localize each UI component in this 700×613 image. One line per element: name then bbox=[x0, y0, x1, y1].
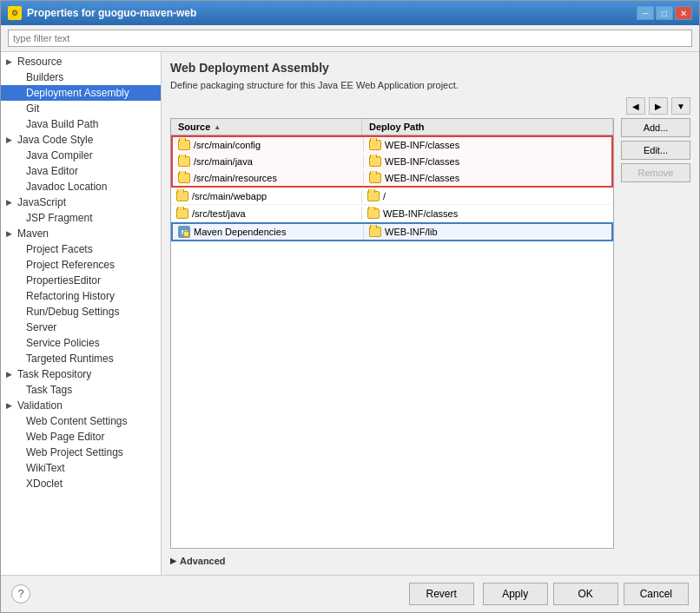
sidebar-item-resource[interactable]: ▶Resource bbox=[1, 54, 161, 69]
maven-icon: M bbox=[178, 226, 190, 238]
table-row[interactable]: /src/main/javaWEB-INF/classes bbox=[171, 153, 613, 170]
side-buttons: Add... Edit... Remove bbox=[621, 118, 690, 549]
maximize-button[interactable]: □ bbox=[656, 6, 673, 20]
folder-icon bbox=[367, 191, 380, 201]
sidebar-item-label: Web Page Editor bbox=[26, 431, 105, 443]
sidebar-item-label: Task Tags bbox=[26, 384, 72, 396]
sidebar-item-xdoclet[interactable]: XDoclet bbox=[1, 476, 161, 491]
nav-back-button[interactable]: ◀ bbox=[626, 97, 645, 115]
ok-button[interactable]: OK bbox=[553, 583, 618, 605]
add-button[interactable]: Add... bbox=[621, 118, 690, 137]
revert-button[interactable]: Revert bbox=[409, 583, 474, 605]
source-cell: /src/main/java bbox=[173, 155, 364, 168]
sidebar-item-project-references[interactable]: Project References bbox=[1, 257, 161, 273]
sidebar-item-label: PropertiesEditor bbox=[26, 274, 101, 287]
sidebar-item-label: Java Code Style bbox=[17, 134, 93, 146]
folder-icon bbox=[369, 173, 381, 183]
sidebar-item-refactoring-history[interactable]: Refactoring History bbox=[1, 288, 161, 304]
sidebar-item-run-debug-settings[interactable]: Run/Debug Settings bbox=[1, 304, 161, 320]
minimize-button[interactable]: ─ bbox=[637, 6, 654, 20]
close-button[interactable]: ✕ bbox=[675, 6, 692, 20]
left-panel: ▶ResourceBuildersDeployment AssemblyGitJ… bbox=[1, 52, 162, 575]
folder-icon bbox=[369, 140, 381, 150]
sidebar-item-wikitext[interactable]: WikiText bbox=[1, 460, 161, 476]
sidebar-item-web-content-settings[interactable]: Web Content Settings bbox=[1, 413, 161, 429]
sidebar-item-web-project-settings[interactable]: Web Project Settings bbox=[1, 445, 161, 460]
sidebar-item-label: JavaScript bbox=[17, 196, 66, 208]
advanced-toggle[interactable]: ▶ Advanced bbox=[170, 556, 690, 566]
sidebar-item-project-facets[interactable]: Project Facets bbox=[1, 241, 161, 257]
sidebar-item-builders[interactable]: Builders bbox=[1, 69, 161, 85]
sidebar-item-validation[interactable]: ▶Validation bbox=[1, 398, 161, 413]
source-column-header: Source ▲ bbox=[171, 119, 362, 135]
sidebar-item-javadoc-location[interactable]: Javadoc Location bbox=[1, 179, 161, 194]
sidebar-item-label: Project References bbox=[26, 259, 115, 271]
table-row[interactable]: MMaven DependenciesWEB-INF/lib bbox=[171, 222, 613, 241]
sidebar-item-task-repository[interactable]: ▶Task Repository bbox=[1, 366, 161, 382]
sidebar-item-java-editor[interactable]: Java Editor bbox=[1, 163, 161, 179]
expand-arrow-icon: ▶ bbox=[6, 198, 15, 207]
apply-button[interactable]: Apply bbox=[483, 583, 548, 605]
sidebar-item-jsp-fragment[interactable]: JSP Fragment bbox=[1, 210, 161, 226]
sidebar-item-label: Targeted Runtimes bbox=[26, 353, 114, 365]
sidebar-item-label: Web Content Settings bbox=[26, 415, 128, 427]
deploy-cell: / bbox=[362, 189, 613, 203]
table-row[interactable]: /src/main/webapp/ bbox=[171, 188, 613, 205]
nav-dropdown-button[interactable]: ▼ bbox=[671, 97, 690, 115]
deploy-cell: WEB-INF/classes bbox=[364, 138, 611, 152]
sidebar-item-label: Task Repository bbox=[17, 368, 91, 380]
sidebar-item-label: Resource bbox=[17, 56, 62, 68]
folder-icon bbox=[176, 208, 188, 219]
sidebar-item-git[interactable]: Git bbox=[1, 101, 161, 116]
sidebar-item-javascript[interactable]: ▶JavaScript bbox=[1, 194, 161, 210]
assembly-table: Source ▲ Deploy Path /src/main/configWEB… bbox=[170, 118, 614, 549]
properties-dialog: ⚙ Properties for guoguo-maven-web ─ □ ✕ … bbox=[0, 0, 700, 613]
sidebar-item-web-page-editor[interactable]: Web Page Editor bbox=[1, 429, 161, 445]
sidebar-item-deployment-assembly[interactable]: Deployment Assembly bbox=[1, 85, 161, 101]
filter-bar bbox=[1, 25, 699, 52]
cancel-button[interactable]: Cancel bbox=[624, 583, 689, 605]
sidebar-item-targeted-runtimes[interactable]: Targeted Runtimes bbox=[1, 351, 161, 366]
sidebar-item-label: Maven bbox=[17, 227, 49, 240]
sidebar-item-label: Javadoc Location bbox=[26, 181, 107, 193]
filter-input[interactable] bbox=[8, 30, 692, 47]
sidebar-item-label: Service Policies bbox=[26, 337, 100, 349]
source-cell: /src/main/resources bbox=[173, 171, 364, 185]
sidebar-item-label: XDoclet bbox=[26, 478, 63, 490]
expand-arrow-icon: ▶ bbox=[6, 57, 15, 66]
remove-button[interactable]: Remove bbox=[621, 163, 690, 182]
sidebar-item-service-policies[interactable]: Service Policies bbox=[1, 335, 161, 351]
sidebar-item-label: Validation bbox=[17, 399, 63, 412]
expand-arrow-icon: ▶ bbox=[6, 135, 15, 144]
table-row[interactable]: /src/test/javaWEB-INF/classes bbox=[171, 205, 613, 222]
deploy-cell: WEB-INF/lib bbox=[364, 225, 611, 239]
edit-button[interactable]: Edit... bbox=[621, 141, 690, 160]
sidebar-item-label: Java Compiler bbox=[26, 149, 93, 161]
sidebar-item-java-code-style[interactable]: ▶Java Code Style bbox=[1, 132, 161, 148]
expand-arrow-icon: ▶ bbox=[6, 370, 15, 379]
nav-forward-button[interactable]: ▶ bbox=[649, 97, 668, 115]
advanced-section: ▶ Advanced bbox=[170, 556, 690, 566]
sidebar-item-label: Git bbox=[26, 102, 39, 115]
sidebar-item-label: Web Project Settings bbox=[26, 446, 123, 458]
help-button[interactable]: ? bbox=[11, 584, 30, 603]
sidebar-item-java-build-path[interactable]: Java Build Path bbox=[1, 116, 161, 132]
source-cell: MMaven Dependencies bbox=[173, 224, 364, 240]
folder-icon bbox=[178, 173, 190, 183]
folder-icon bbox=[178, 156, 190, 167]
sidebar-item-properties-editor[interactable]: PropertiesEditor bbox=[1, 273, 161, 288]
table-row[interactable]: /src/main/resourcesWEB-INF/classes bbox=[171, 170, 613, 188]
sidebar-item-task-tags[interactable]: Task Tags bbox=[1, 382, 161, 398]
table-row[interactable]: /src/main/configWEB-INF/classes bbox=[171, 135, 613, 153]
sidebar-item-java-compiler[interactable]: Java Compiler bbox=[1, 148, 161, 163]
table-header: Source ▲ Deploy Path bbox=[171, 119, 613, 135]
deploy-column-header: Deploy Path bbox=[362, 119, 613, 135]
sidebar-item-server[interactable]: Server bbox=[1, 320, 161, 335]
panel-description: Define packaging structure for this Java… bbox=[170, 80, 690, 90]
sidebar-item-label: Builders bbox=[26, 71, 63, 83]
source-cell: /src/test/java bbox=[171, 207, 362, 221]
sidebar-item-label: Refactoring History bbox=[26, 290, 115, 302]
sidebar-item-maven[interactable]: ▶Maven bbox=[1, 226, 161, 241]
panel-toolbar: ◀ ▶ ▼ bbox=[170, 97, 690, 115]
panel-title: Web Deployment Assembly bbox=[170, 61, 690, 75]
